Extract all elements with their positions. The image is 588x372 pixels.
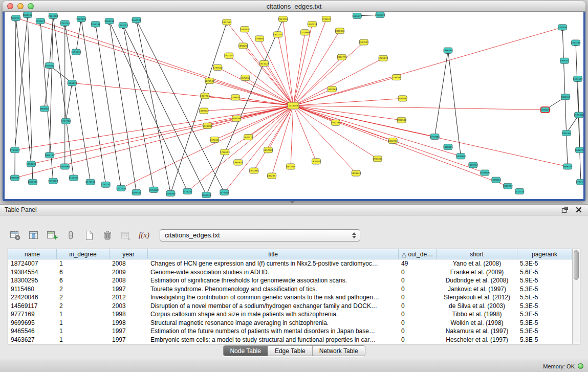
graph-edge[interactable] (293, 19, 326, 105)
graph-node[interactable]: 1363180 (132, 189, 141, 195)
graph-edge[interactable] (110, 21, 188, 191)
table-row[interactable]: 2242004622012Investigating the contribut… (8, 293, 572, 302)
graph-edge[interactable] (293, 98, 403, 105)
graph-edge[interactable] (293, 24, 312, 105)
close-panel-button[interactable] (574, 206, 583, 214)
graph-edge[interactable] (293, 27, 562, 105)
graph-node[interactable]: 1907764 (200, 93, 210, 99)
graph-edge[interactable] (235, 97, 293, 105)
graph-node[interactable]: 1796389 (391, 75, 401, 80)
graph-node[interactable]: 2666963 (40, 106, 50, 112)
graph-node[interactable]: 1059374 (11, 15, 21, 21)
graph-node[interactable]: 2080717 (503, 183, 513, 189)
graph-node[interactable]: 1884932 (398, 96, 407, 101)
graph-edge[interactable] (243, 46, 293, 106)
graph-node[interactable]: 1777140 (576, 179, 583, 185)
graph-node[interactable]: 1262257 (101, 182, 111, 187)
tab-network-table[interactable]: Network Table (313, 346, 365, 356)
graph-node[interactable]: 1884779 (337, 54, 347, 60)
table-row[interactable]: 946362711997Embryonic stem cells: a mode… (8, 336, 572, 344)
graph-node[interactable]: 2484453 (561, 94, 571, 100)
graph-node[interactable]: 1907948 (286, 164, 296, 169)
graph-edge[interactable] (214, 106, 293, 140)
graph-edge[interactable] (15, 106, 293, 178)
delete-button[interactable] (99, 227, 115, 243)
graph-node[interactable]: 1353186 (91, 21, 100, 27)
network-canvas[interactable]: 1724009185213417966421884201190221517955… (5, 12, 583, 199)
graph-node[interactable]: 1959568 (60, 164, 70, 169)
graph-node[interactable]: 2070607 (49, 178, 58, 184)
graph-node[interactable]: 1373496 (571, 40, 581, 46)
graph-node[interactable]: 1830481 (312, 159, 321, 164)
graph-edge[interactable] (16, 18, 293, 105)
function-builder-button[interactable]: f(x) (136, 227, 152, 243)
table-row[interactable]: 1456911722003Disruption of a novel membe… (8, 302, 572, 311)
graph-node[interactable]: 2565052 (45, 62, 55, 68)
graph-node[interactable]: 1070663 (491, 177, 501, 183)
graph-node[interactable]: 2585364 (562, 130, 572, 136)
graph-node[interactable]: 1884655 (233, 160, 243, 165)
graph-node[interactable]: 1725441 (210, 137, 220, 143)
tab-edge-table[interactable]: Edge Table (268, 346, 313, 356)
graph-edge[interactable] (110, 21, 137, 192)
graph-node[interactable]: 1796577 (322, 16, 332, 22)
table-source-select[interactable]: citations_edges.txt (160, 229, 360, 242)
scrollbar-thumb[interactable] (574, 250, 579, 280)
graph-node[interactable]: 1966784 (443, 48, 453, 53)
graph-edge[interactable] (278, 34, 293, 105)
graph-node[interactable]: 1796123 (220, 149, 230, 155)
graph-node[interactable]: 1830072 (199, 108, 209, 114)
graph-node[interactable]: 2262319 (76, 16, 86, 22)
graph-node[interactable]: 2383542 (560, 58, 570, 63)
graph-edge[interactable] (16, 18, 31, 164)
graph-node[interactable]: 2979806 (480, 170, 490, 176)
graph-node[interactable]: 2161408 (49, 13, 58, 19)
column-header[interactable]: pagerank (517, 249, 572, 259)
graph-edge[interactable] (53, 16, 74, 178)
graph-node[interactable]: 1060491 (28, 179, 38, 185)
graph-node[interactable]: 1830644 (351, 170, 361, 176)
graph-node[interactable]: 1914541 (359, 39, 368, 45)
column-header[interactable]: year (110, 249, 148, 259)
float-panel-button[interactable] (560, 206, 569, 214)
column-header[interactable]: in_degree (57, 249, 110, 259)
graph-edge[interactable] (238, 106, 293, 163)
graph-node[interactable]: 2676073 (375, 12, 385, 18)
table-row[interactable]: 1872400712008Changes of HCN gene express… (8, 259, 572, 268)
graph-node[interactable]: 2767874 (10, 147, 20, 153)
graph-edge[interactable] (283, 19, 293, 105)
graph-node[interactable]: 1796834 (231, 95, 241, 100)
graph-edge[interactable] (293, 32, 305, 105)
graph-edge[interactable] (293, 89, 332, 105)
graph-node[interactable]: 1902364 (328, 86, 337, 92)
table-gear-button[interactable] (7, 227, 23, 243)
window-titlebar[interactable]: citations_edges.txt (3, 1, 585, 12)
graph-node[interactable]: 2868785 (45, 152, 55, 158)
close-window-button[interactable] (7, 3, 13, 9)
graph-edge[interactable] (259, 38, 293, 105)
table-scrollbar[interactable] (572, 249, 580, 344)
graph-edge[interactable] (254, 106, 293, 171)
graph-node[interactable]: 1914987 (203, 123, 212, 128)
graph-edge[interactable] (66, 83, 72, 121)
graph-node[interactable]: 1676229 (575, 147, 583, 153)
graph-node[interactable]: 2464141 (132, 17, 141, 23)
table-columns-button[interactable] (26, 227, 41, 243)
graph-edge[interactable] (137, 20, 171, 193)
column-header[interactable]: name (8, 249, 57, 259)
column-header[interactable]: title (148, 249, 399, 259)
graph-edge[interactable] (293, 31, 340, 105)
graph-edge[interactable] (15, 18, 16, 178)
graph-node[interactable]: 1725668 (300, 30, 310, 35)
graph-node[interactable]: 1161324 (69, 175, 78, 181)
graph-node[interactable]: 1595828 (540, 107, 550, 113)
graph-node[interactable]: 1757702 (61, 118, 71, 124)
tab-node-table[interactable]: Node Table (223, 346, 268, 356)
graph-node[interactable]: 1555946 (71, 49, 81, 55)
graph-node[interactable]: 1795508 (213, 64, 223, 70)
graph-node[interactable]: 1902215 (224, 53, 234, 58)
graph-edge[interactable] (435, 51, 448, 137)
memory-ok-indicator[interactable] (578, 363, 583, 369)
graph-node[interactable]: 1852477 (267, 173, 277, 179)
graph-node[interactable]: 1852761 (388, 138, 398, 144)
